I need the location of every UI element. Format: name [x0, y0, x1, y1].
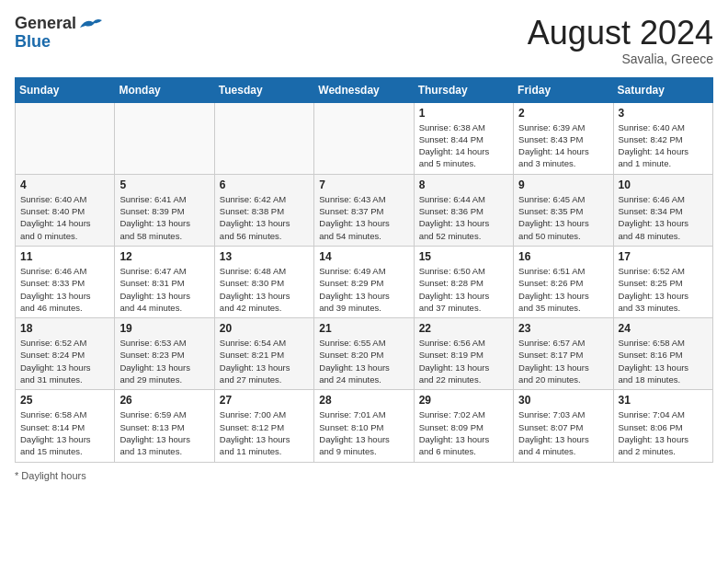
table-row: 3Sunrise: 6:40 AM Sunset: 8:42 PM Daylig… [613, 102, 712, 174]
calendar-header-row: SundayMondayTuesdayWednesdayThursdayFrid… [16, 77, 713, 102]
month-year-heading: August 2024 [528, 15, 713, 52]
calendar-week-row: 11Sunrise: 6:46 AM Sunset: 8:33 PM Dayli… [16, 246, 713, 317]
day-info: Sunrise: 6:58 AM Sunset: 8:14 PM Dayligh… [20, 408, 109, 457]
day-number: 22 [419, 322, 508, 335]
day-number: 15 [419, 250, 508, 263]
day-info: Sunrise: 6:58 AM Sunset: 8:16 PM Dayligh… [619, 337, 708, 385]
day-info: Sunrise: 6:43 AM Sunset: 8:37 PM Dayligh… [319, 193, 408, 242]
table-row: 2Sunrise: 6:39 AM Sunset: 8:43 PM Daylig… [514, 102, 613, 174]
table-row: 12Sunrise: 6:47 AM Sunset: 8:31 PM Dayli… [115, 246, 214, 317]
table-row: 20Sunrise: 6:54 AM Sunset: 8:21 PM Dayli… [214, 318, 313, 390]
day-info: Sunrise: 7:03 AM Sunset: 8:07 PM Dayligh… [518, 408, 608, 457]
day-info: Sunrise: 6:55 AM Sunset: 8:20 PM Dayligh… [319, 337, 408, 385]
day-info: Sunrise: 6:50 AM Sunset: 8:28 PM Dayligh… [419, 265, 508, 314]
title-block: August 2024 Savalia, Greece [528, 15, 713, 66]
day-number: 5 [119, 178, 209, 191]
day-number: 19 [119, 322, 209, 335]
table-row [115, 102, 214, 174]
day-number: 16 [518, 250, 608, 263]
table-row: 7Sunrise: 6:43 AM Sunset: 8:37 PM Daylig… [314, 174, 414, 246]
day-info: Sunrise: 6:41 AM Sunset: 8:39 PM Dayligh… [119, 193, 209, 242]
calendar-week-row: 25Sunrise: 6:58 AM Sunset: 8:14 PM Dayli… [16, 390, 713, 462]
table-row: 30Sunrise: 7:03 AM Sunset: 8:07 PM Dayli… [514, 390, 613, 462]
day-info: Sunrise: 6:56 AM Sunset: 8:19 PM Dayligh… [419, 337, 508, 385]
day-number: 9 [518, 178, 608, 191]
calendar-day-header: Wednesday [314, 77, 414, 102]
day-number: 25 [20, 394, 109, 407]
day-info: Sunrise: 7:04 AM Sunset: 8:06 PM Dayligh… [619, 408, 708, 457]
table-row: 23Sunrise: 6:57 AM Sunset: 8:17 PM Dayli… [514, 318, 613, 390]
table-row: 28Sunrise: 7:01 AM Sunset: 8:10 PM Dayli… [314, 390, 414, 462]
day-number: 2 [518, 107, 608, 120]
day-number: 31 [619, 394, 708, 407]
day-info: Sunrise: 6:44 AM Sunset: 8:36 PM Dayligh… [419, 193, 508, 242]
day-number: 11 [20, 250, 109, 263]
calendar-week-row: 18Sunrise: 6:52 AM Sunset: 8:24 PM Dayli… [16, 318, 713, 390]
day-info: Sunrise: 7:01 AM Sunset: 8:10 PM Dayligh… [319, 408, 408, 457]
day-number: 26 [119, 394, 209, 407]
calendar-week-row: 1Sunrise: 6:38 AM Sunset: 8:44 PM Daylig… [16, 102, 713, 174]
table-row: 18Sunrise: 6:52 AM Sunset: 8:24 PM Dayli… [16, 318, 115, 390]
table-row: 27Sunrise: 7:00 AM Sunset: 8:12 PM Dayli… [214, 390, 313, 462]
day-number: 7 [319, 178, 408, 191]
day-info: Sunrise: 6:40 AM Sunset: 8:40 PM Dayligh… [20, 193, 109, 242]
day-number: 21 [319, 322, 408, 335]
table-row: 26Sunrise: 6:59 AM Sunset: 8:13 PM Dayli… [115, 390, 214, 462]
calendar-week-row: 4Sunrise: 6:40 AM Sunset: 8:40 PM Daylig… [16, 174, 713, 246]
table-row: 11Sunrise: 6:46 AM Sunset: 8:33 PM Dayli… [16, 246, 115, 317]
calendar-day-header: Monday [115, 77, 214, 102]
table-row: 22Sunrise: 6:56 AM Sunset: 8:19 PM Dayli… [414, 318, 513, 390]
day-info: Sunrise: 7:02 AM Sunset: 8:09 PM Dayligh… [419, 408, 508, 457]
logo-bird-icon [78, 15, 104, 33]
table-row: 10Sunrise: 6:46 AM Sunset: 8:34 PM Dayli… [613, 174, 712, 246]
day-number: 14 [319, 250, 408, 263]
day-info: Sunrise: 6:57 AM Sunset: 8:17 PM Dayligh… [518, 337, 608, 385]
calendar-table: SundayMondayTuesdayWednesdayThursdayFrid… [15, 77, 713, 463]
daylight-hours-label: Daylight hours [21, 470, 85, 481]
logo-general-text: General [15, 15, 76, 33]
logo-blue-text: Blue [15, 33, 51, 52]
table-row: 15Sunrise: 6:50 AM Sunset: 8:28 PM Dayli… [414, 246, 513, 317]
calendar-day-header: Saturday [613, 77, 712, 102]
day-info: Sunrise: 6:54 AM Sunset: 8:21 PM Dayligh… [220, 337, 309, 385]
table-row: 9Sunrise: 6:45 AM Sunset: 8:35 PM Daylig… [514, 174, 613, 246]
day-number: 3 [619, 107, 708, 120]
footer-note: * Daylight hours [15, 470, 713, 481]
day-info: Sunrise: 6:38 AM Sunset: 8:44 PM Dayligh… [419, 121, 508, 170]
page-header: General Blue August 2024 Savalia, Greece [15, 15, 713, 66]
day-number: 10 [619, 178, 708, 191]
table-row: 5Sunrise: 6:41 AM Sunset: 8:39 PM Daylig… [115, 174, 214, 246]
day-number: 23 [518, 322, 608, 335]
day-info: Sunrise: 6:52 AM Sunset: 8:24 PM Dayligh… [20, 337, 109, 385]
day-info: Sunrise: 6:40 AM Sunset: 8:42 PM Dayligh… [619, 121, 708, 170]
day-number: 30 [518, 394, 608, 407]
day-number: 28 [319, 394, 408, 407]
day-number: 29 [419, 394, 508, 407]
table-row: 8Sunrise: 6:44 AM Sunset: 8:36 PM Daylig… [414, 174, 513, 246]
day-info: Sunrise: 6:49 AM Sunset: 8:29 PM Dayligh… [319, 265, 408, 314]
table-row [214, 102, 313, 174]
day-info: Sunrise: 6:53 AM Sunset: 8:23 PM Dayligh… [119, 337, 209, 385]
day-info: Sunrise: 6:59 AM Sunset: 8:13 PM Dayligh… [119, 408, 209, 457]
table-row: 6Sunrise: 6:42 AM Sunset: 8:38 PM Daylig… [214, 174, 313, 246]
day-number: 4 [20, 178, 109, 191]
day-info: Sunrise: 6:51 AM Sunset: 8:26 PM Dayligh… [518, 265, 608, 314]
table-row: 13Sunrise: 6:48 AM Sunset: 8:30 PM Dayli… [214, 246, 313, 317]
table-row: 1Sunrise: 6:38 AM Sunset: 8:44 PM Daylig… [414, 102, 513, 174]
table-row: 25Sunrise: 6:58 AM Sunset: 8:14 PM Dayli… [16, 390, 115, 462]
location-text: Savalia, Greece [528, 52, 713, 66]
day-info: Sunrise: 6:48 AM Sunset: 8:30 PM Dayligh… [220, 265, 309, 314]
table-row: 17Sunrise: 6:52 AM Sunset: 8:25 PM Dayli… [613, 246, 712, 317]
table-row: 4Sunrise: 6:40 AM Sunset: 8:40 PM Daylig… [16, 174, 115, 246]
table-row: 19Sunrise: 6:53 AM Sunset: 8:23 PM Dayli… [115, 318, 214, 390]
table-row: 16Sunrise: 6:51 AM Sunset: 8:26 PM Dayli… [514, 246, 613, 317]
day-number: 13 [220, 250, 309, 263]
day-info: Sunrise: 6:45 AM Sunset: 8:35 PM Dayligh… [518, 193, 608, 242]
logo: General Blue [15, 15, 104, 52]
day-number: 18 [20, 322, 109, 335]
day-info: Sunrise: 6:47 AM Sunset: 8:31 PM Dayligh… [119, 265, 209, 314]
table-row: 14Sunrise: 6:49 AM Sunset: 8:29 PM Dayli… [314, 246, 414, 317]
day-number: 20 [220, 322, 309, 335]
day-info: Sunrise: 6:46 AM Sunset: 8:33 PM Dayligh… [20, 265, 109, 314]
calendar-day-header: Thursday [414, 77, 513, 102]
